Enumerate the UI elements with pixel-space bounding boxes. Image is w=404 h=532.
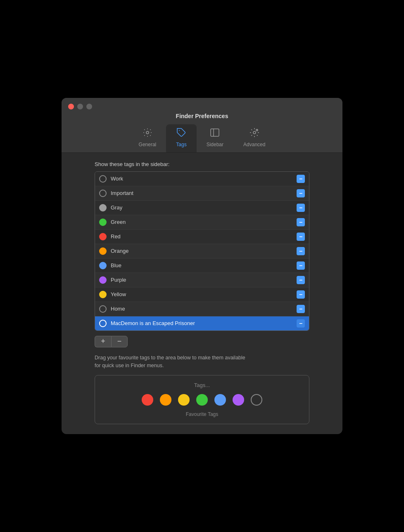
tag-name-yellow: Yellow (111, 291, 297, 297)
tag-color-gray (99, 204, 107, 211)
fav-dot-yellow[interactable] (178, 394, 190, 406)
tab-tags-label: Tags (176, 142, 186, 147)
tab-sidebar[interactable]: Sidebar (197, 124, 233, 152)
tag-row-orange[interactable]: Orange − (95, 244, 309, 259)
tag-color-home (99, 305, 107, 313)
maximize-button[interactable] (86, 104, 92, 109)
tag-color-orange (99, 247, 107, 255)
tag-name-orange: Orange (111, 248, 297, 254)
fav-dot-purple[interactable] (233, 394, 244, 406)
tag-color-red (99, 233, 107, 240)
gear-advanced-icon (250, 128, 259, 140)
titlebar: Finder Preferences General (62, 98, 342, 153)
tag-color-blue (99, 262, 107, 269)
tag-row-blue[interactable]: Blue − (95, 259, 309, 273)
remove-tag-macdemon[interactable]: − (297, 319, 305, 328)
close-button[interactable] (68, 104, 74, 109)
remove-tag-orange[interactable]: − (297, 247, 305, 255)
tag-name-red: Red (111, 233, 297, 240)
tag-row-gray[interactable]: Gray − (95, 201, 309, 215)
main-content: Show these tags in the sidebar: Work − I… (62, 153, 342, 435)
window-title: Finder Preferences (176, 113, 228, 119)
drag-hint: Drag your favourite tags to the area bel… (95, 354, 252, 370)
svg-point-0 (146, 131, 149, 134)
fav-dot-green[interactable] (196, 394, 208, 406)
fav-dot-orange[interactable] (160, 394, 171, 406)
tag-name-home: Home (111, 306, 297, 312)
tag-color-macdemon (99, 320, 107, 327)
delete-tag-button[interactable]: − (111, 336, 128, 347)
tag-row-purple[interactable]: Purple − (95, 273, 309, 287)
tab-bar: General Tags (129, 124, 276, 152)
tab-advanced[interactable]: Advanced (233, 124, 275, 152)
remove-tag-green[interactable]: − (297, 218, 305, 226)
tag-color-purple (99, 276, 107, 284)
tag-row-home[interactable]: Home − (95, 302, 309, 316)
remove-tag-blue[interactable]: − (297, 261, 305, 270)
tag-name-important: Important (111, 190, 297, 196)
finder-preferences-window: Finder Preferences General (62, 98, 342, 435)
tag-color-yellow (99, 291, 107, 298)
favourite-tags-placeholder: Tags... (194, 382, 210, 388)
gear-icon (143, 128, 152, 140)
action-buttons: + − (95, 336, 309, 347)
remove-tag-work[interactable]: − (297, 175, 305, 183)
tag-row-macdemon[interactable]: MacDemon is an Escaped Prisoner − (95, 316, 309, 330)
favourite-tags-box: Tags... Favourite Tags (95, 375, 309, 424)
svg-rect-2 (211, 129, 219, 136)
remove-tag-important[interactable]: − (297, 189, 305, 197)
favourite-dots (142, 394, 262, 406)
tag-name-macdemon: MacDemon is an Escaped Prisoner (111, 320, 297, 326)
tab-tags[interactable]: Tags (166, 124, 196, 152)
svg-point-4 (253, 131, 256, 134)
tag-name-purple: Purple (111, 277, 297, 283)
tab-general[interactable]: General (129, 124, 166, 152)
tab-general-label: General (139, 142, 157, 147)
tab-sidebar-label: Sidebar (207, 142, 223, 147)
tag-name-green: Green (111, 219, 297, 225)
tag-color-important (99, 190, 107, 197)
tag-row-work[interactable]: Work − (95, 172, 309, 186)
minimize-button[interactable] (77, 104, 83, 109)
tag-color-work (99, 175, 107, 183)
fav-dot-red[interactable] (142, 394, 153, 406)
fav-dot-empty[interactable] (251, 394, 262, 406)
tag-name-blue: Blue (111, 262, 297, 268)
add-tag-button[interactable]: + (95, 336, 111, 347)
traffic-lights (68, 104, 92, 109)
tag-row-green[interactable]: Green − (95, 215, 309, 230)
remove-tag-red[interactable]: − (297, 233, 305, 241)
tag-row-yellow[interactable]: Yellow − (95, 287, 309, 302)
favourite-tags-label: Favourite Tags (186, 411, 219, 417)
tag-icon (176, 128, 186, 140)
tag-name-gray: Gray (111, 204, 297, 211)
tags-list: Work − Important − Gray − Green − (95, 171, 309, 331)
tab-advanced-label: Advanced (243, 142, 265, 147)
section-title: Show these tags in the sidebar: (95, 161, 309, 167)
remove-tag-gray[interactable]: − (297, 204, 305, 212)
tag-row-red[interactable]: Red − (95, 230, 309, 244)
remove-tag-yellow[interactable]: − (297, 290, 305, 299)
remove-tag-purple[interactable]: − (297, 276, 305, 284)
sidebar-icon (210, 128, 220, 140)
fav-dot-blue[interactable] (214, 394, 226, 406)
tag-color-green (99, 218, 107, 226)
remove-tag-home[interactable]: − (297, 305, 305, 313)
tag-name-work: Work (111, 176, 297, 182)
tag-row-important[interactable]: Important − (95, 186, 309, 201)
